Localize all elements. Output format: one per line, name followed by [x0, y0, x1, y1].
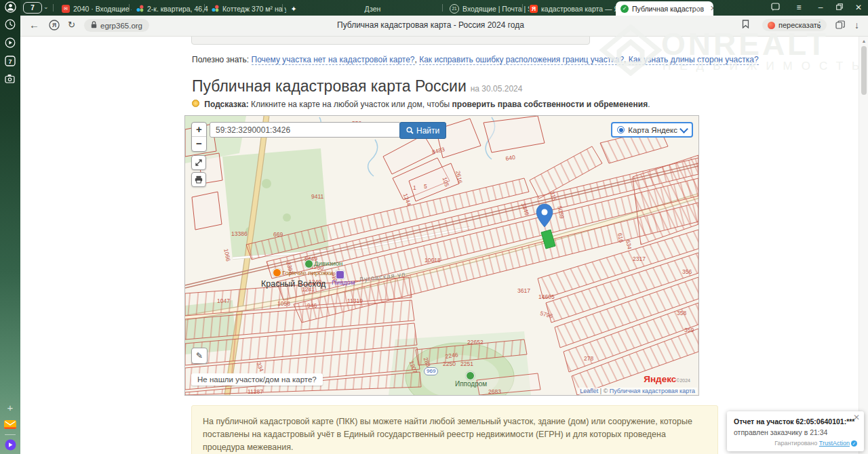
- map-parcel-number: 2683: [488, 388, 501, 395]
- map-parcel-number: 634: [625, 239, 633, 250]
- screenshot-icon[interactable]: [0, 74, 20, 84]
- tab-count-chevron-icon[interactable]: ⌄: [43, 4, 49, 9]
- lock-icon: [91, 21, 97, 30]
- notification-subtitle: отправлен заказчику в 21:34: [734, 428, 857, 436]
- profile-avatar-icon[interactable]: [0, 1, 20, 13]
- map-parcel-number: 9411: [311, 193, 323, 200]
- layer-select[interactable]: Карта Яндекс: [611, 122, 693, 138]
- trustaction-link[interactable]: TrustAction: [819, 440, 850, 447]
- tip-bold: проверить права собственности и обремене…: [452, 100, 648, 109]
- notification-footer: Гарантировано TrustAction✓: [734, 440, 857, 447]
- map-attribution: Leaflet | © Публичная кадастровая карта: [578, 388, 697, 394]
- screen: 7 + 7 ⌄ ✉ 2040 · Входящие — Янде 2-к. кв…: [0, 0, 868, 454]
- menu-icon[interactable]: ≡: [793, 3, 804, 12]
- pkk-link[interactable]: Публичная кадастровая карта: [610, 388, 695, 394]
- map-parcel-number: 616: [616, 232, 625, 243]
- yandex-logo-text: Яндекс: [644, 374, 676, 384]
- map-parcel-number: 5059: [556, 205, 566, 220]
- print-button[interactable]: [191, 172, 206, 187]
- history-icon[interactable]: [0, 19, 20, 30]
- dzen-favicon: ✦: [290, 5, 298, 13]
- map-parcel-number: 1066: [222, 248, 232, 262]
- tab-separator: [282, 4, 283, 12]
- tab-cottage-listing[interactable]: Коттедж 370 м² на участ: [206, 1, 286, 16]
- map-parcel-number: 1047: [217, 297, 230, 304]
- fullscreen-button[interactable]: [191, 155, 206, 170]
- find-button[interactable]: Найти: [399, 122, 446, 139]
- restore-icon[interactable]: [834, 3, 845, 12]
- tab-separator: [129, 4, 130, 12]
- map-parcel-number: 13386: [231, 230, 248, 237]
- scroll-thumb[interactable]: [861, 46, 867, 95]
- alice-retell-icon: [768, 22, 775, 29]
- bulb-icon: [192, 100, 199, 107]
- back-icon[interactable]: ←: [29, 20, 39, 30]
- url-text: egrp365.org: [100, 22, 142, 30]
- search-input[interactable]: [210, 122, 401, 138]
- minimize-icon[interactable]: –: [815, 3, 826, 12]
- download-icon[interactable]: ↓: [854, 20, 859, 30]
- link-no-parcel[interactable]: Почему участка нет на кадастровой карте?: [252, 55, 415, 65]
- tab-dzen[interactable]: ✦ Дзен: [285, 1, 449, 16]
- map-parcel-number: 2251: [460, 360, 473, 367]
- page-title-text: Публичная кадастровая карта России: [192, 77, 467, 95]
- search-icon: [406, 127, 414, 134]
- map-parcel-number: 3617: [517, 287, 530, 294]
- yandex-map-logo: Яндекс©2024: [644, 374, 690, 384]
- report-notification[interactable]: ✕ Отчет на участок 62:05:0640101:*** отп…: [727, 411, 864, 451]
- link-fix-borders[interactable]: Как исправить ошибку расположения границ…: [419, 55, 624, 65]
- map-parcel-number: 278: [584, 355, 593, 362]
- tabs-counter-icon[interactable]: 7: [0, 56, 20, 66]
- browser-sidebar: 7 +: [0, 0, 20, 454]
- sidebar-add-icon[interactable]: +: [0, 403, 20, 413]
- map-parcel-number: 105: [441, 176, 450, 188]
- zoom-out-button[interactable]: −: [192, 137, 206, 150]
- video-icon[interactable]: [0, 37, 20, 48]
- map-parcel-number: 334: [256, 361, 265, 373]
- tab-sogo-mail[interactable]: 21 Входящие | Почта | SOGo: [445, 1, 529, 16]
- tab-flat-listing[interactable]: 2-к. квартира, 46,4 м², 3/: [131, 1, 208, 16]
- scrolled-element-edge: [191, 37, 590, 45]
- scroll-up-arrow[interactable]: ▲: [859, 39, 868, 43]
- check-favicon: ✓: [620, 5, 629, 13]
- tab-label: Коттедж 370 м² на участ: [222, 5, 286, 13]
- cadastral-map[interactable]: 5528483261610564051244131534465059941113…: [184, 115, 699, 396]
- tab-label: кадастровая карта — Янд: [541, 5, 621, 13]
- guaranteed-text: Гарантировано: [774, 440, 819, 447]
- map-parcel-number: 1: [413, 184, 416, 191]
- useful-links-row: Полезно знать: Почему участка нет на кад…: [192, 55, 759, 64]
- kebab-menu-icon[interactable]: ⋮: [815, 20, 824, 30]
- map-parcel-number: 11287: [248, 388, 263, 395]
- measure-button[interactable]: ✎: [191, 348, 208, 364]
- bookmark-icon[interactable]: [742, 20, 749, 30]
- notification-close-icon[interactable]: ✕: [853, 413, 860, 422]
- zoom-in-button[interactable]: +: [192, 123, 206, 137]
- page-scrollbar[interactable]: ▲: [859, 37, 868, 454]
- refresh-icon[interactable]: ↻: [68, 20, 75, 30]
- verified-check-icon: ✓: [851, 440, 857, 447]
- tab-separator: [53, 4, 54, 12]
- collections-icon[interactable]: [835, 20, 845, 31]
- side-panel-icon[interactable]: [770, 3, 781, 14]
- tab-count-button[interactable]: 7: [23, 2, 42, 14]
- browser-toolbar: ← Я ↻ egrp365.org Публичная кадастровая …: [20, 16, 868, 37]
- tab-mail-2040[interactable]: ✉ 2040 · Входящие — Янде: [57, 1, 132, 16]
- layer-label: Карта Яндекс: [628, 126, 677, 134]
- yandex-home-icon[interactable]: Я: [49, 20, 60, 33]
- not-found-link[interactable]: Не нашли участок/дом на карте?: [191, 373, 323, 386]
- new-tab-button[interactable]: +: [692, 2, 703, 13]
- tab-close-icon[interactable]: ✕: [710, 4, 713, 13]
- find-label: Найти: [416, 126, 439, 136]
- map-parcel-number: 8483: [431, 146, 446, 156]
- map-parcel-number: 2317: [633, 255, 646, 262]
- alice-icon[interactable]: [0, 439, 20, 451]
- yandex-mail-icon[interactable]: [0, 420, 20, 429]
- map-label-poi-purple: Пивдом: [332, 278, 355, 286]
- close-window-icon[interactable]: ✕: [853, 3, 864, 12]
- map-parcel-number: 2246: [445, 351, 458, 360]
- link-side-lengths[interactable]: Как узнать длины сторон участка?: [629, 55, 759, 65]
- tab-yandex-search[interactable]: Я кадастровая карта — Янд: [525, 1, 621, 16]
- leaflet-link[interactable]: Leaflet: [580, 388, 598, 394]
- map-parcel-number: 1058: [277, 300, 290, 307]
- address-bar[interactable]: egrp365.org: [84, 19, 149, 32]
